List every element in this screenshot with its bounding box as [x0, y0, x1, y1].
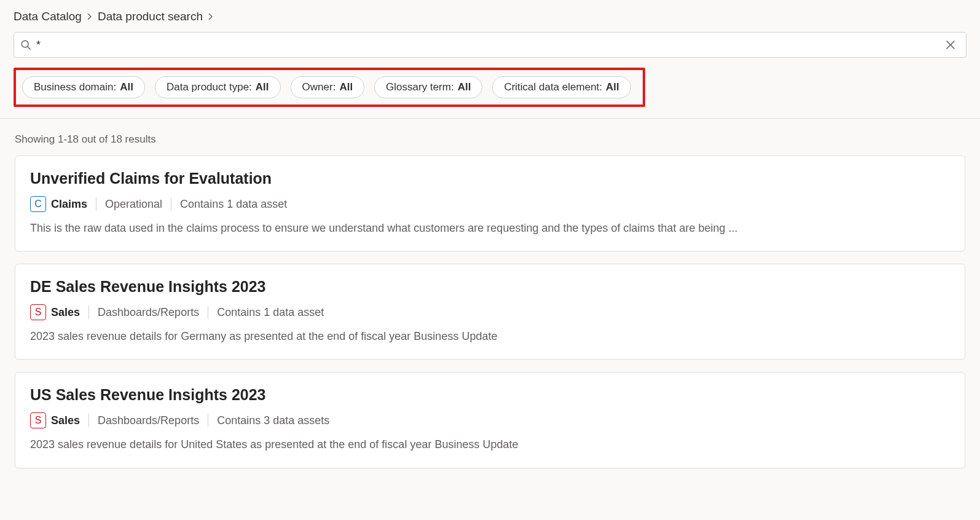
filter-value: All — [606, 81, 619, 93]
breadcrumb-item-data-catalog[interactable]: Data Catalog — [14, 10, 82, 23]
result-domain: S Sales — [30, 412, 80, 428]
result-type: Dashboards/Reports — [98, 306, 199, 319]
separator — [208, 305, 208, 319]
result-assets: Contains 3 data assets — [217, 414, 329, 427]
separator — [88, 414, 89, 427]
separator — [171, 197, 171, 211]
breadcrumb: Data Catalog Data product search — [0, 10, 980, 32]
svg-line-1 — [28, 47, 31, 50]
result-meta-row: C Claims Operational Contains 1 data ass… — [30, 196, 950, 212]
filter-pill-data-product-type[interactable]: Data product type: All — [155, 76, 281, 98]
search-icon — [20, 39, 31, 50]
result-domain: C Claims — [30, 196, 87, 212]
filter-label: Data product type: — [167, 81, 252, 93]
filter-value: All — [256, 81, 269, 93]
filter-pill-business-domain[interactable]: Business domain: All — [22, 76, 145, 98]
filter-label: Glossary term: — [386, 81, 454, 93]
result-description: 2023 sales revenue details for Germany a… — [30, 329, 950, 344]
result-meta-row: S Sales Dashboards/Reports Contains 3 da… — [30, 412, 950, 428]
domain-name: Claims — [51, 198, 87, 211]
filter-value: All — [120, 81, 133, 93]
domain-name: Sales — [51, 306, 80, 319]
result-card[interactable]: US Sales Revenue Insights 2023 S Sales D… — [15, 372, 965, 468]
filter-label: Critical data element: — [504, 81, 602, 93]
results-list: Unverified Claims for Evalutation C Clai… — [0, 156, 980, 468]
separator — [88, 305, 89, 319]
breadcrumb-item-data-product-search[interactable]: Data product search — [98, 10, 203, 23]
filter-value: All — [339, 81, 353, 93]
result-assets: Contains 1 data asset — [217, 306, 324, 319]
chevron-right-icon — [87, 12, 93, 22]
results-summary: Showing 1-18 out of 18 results — [0, 119, 980, 156]
result-domain: S Sales — [30, 304, 80, 320]
domain-badge-icon: S — [30, 304, 46, 320]
domain-name: Sales — [51, 414, 80, 427]
filter-pill-critical-data-element[interactable]: Critical data element: All — [492, 76, 630, 98]
chevron-right-icon — [208, 12, 214, 22]
search-input[interactable] — [36, 39, 941, 52]
clear-search-button[interactable] — [941, 37, 960, 53]
filter-value: All — [458, 81, 471, 93]
result-description: 2023 sales revenue details for United St… — [30, 437, 950, 452]
result-card[interactable]: DE Sales Revenue Insights 2023 S Sales D… — [15, 264, 965, 360]
filter-pill-glossary-term[interactable]: Glossary term: All — [374, 76, 482, 98]
domain-badge-icon: C — [30, 196, 46, 212]
result-card[interactable]: Unverified Claims for Evalutation C Clai… — [15, 156, 965, 251]
separator — [96, 197, 96, 211]
result-assets: Contains 1 data asset — [180, 198, 287, 211]
result-title: US Sales Revenue Insights 2023 — [30, 386, 950, 404]
filter-pills-row: Business domain: All Data product type: … — [14, 68, 645, 107]
result-type: Operational — [105, 198, 162, 211]
search-box — [14, 32, 966, 58]
separator — [208, 414, 208, 427]
result-title: Unverified Claims for Evalutation — [30, 170, 950, 187]
result-type: Dashboards/Reports — [98, 414, 199, 427]
result-meta-row: S Sales Dashboards/Reports Contains 1 da… — [30, 304, 950, 320]
domain-badge-icon: S — [30, 412, 46, 428]
filter-pill-owner[interactable]: Owner: All — [291, 76, 365, 98]
filter-label: Owner: — [302, 81, 336, 93]
result-description: This is the raw data used in the claims … — [30, 221, 950, 236]
filter-label: Business domain: — [34, 81, 116, 93]
result-title: DE Sales Revenue Insights 2023 — [30, 278, 950, 296]
